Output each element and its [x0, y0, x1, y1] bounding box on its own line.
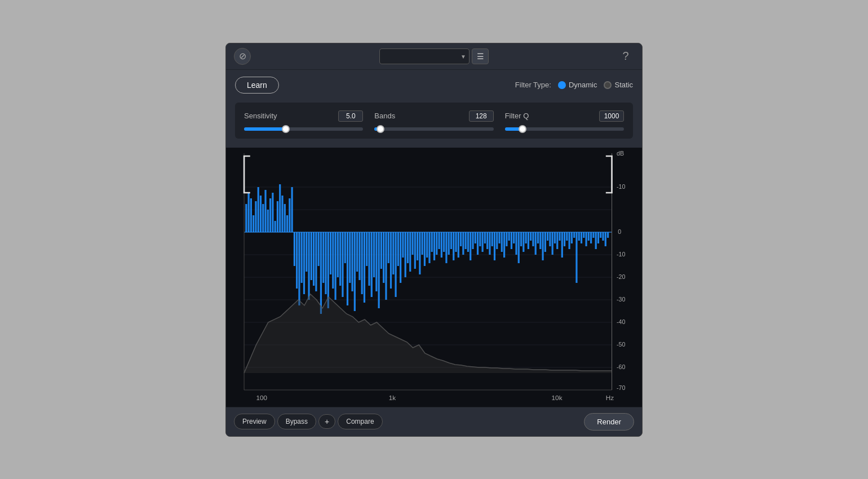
svg-rect-103	[467, 232, 469, 252]
svg-rect-36	[305, 232, 307, 272]
svg-rect-23	[277, 201, 278, 232]
svg-rect-134	[542, 232, 543, 260]
bottom-left-buttons: Preview Bypass + Compare	[234, 414, 383, 429]
sensitivity-value: 5.0	[338, 110, 363, 122]
svg-rect-117	[501, 232, 503, 252]
filterq-track[interactable]	[505, 127, 624, 131]
svg-rect-41	[318, 232, 320, 266]
svg-rect-34	[301, 232, 303, 283]
svg-rect-22	[274, 221, 276, 232]
sensitivity-track[interactable]	[244, 127, 363, 131]
hamburger-menu-button[interactable]: ☰	[472, 48, 489, 64]
plus-button[interactable]: +	[318, 414, 335, 429]
svg-rect-75	[400, 232, 401, 283]
bypass-button[interactable]: Bypass	[277, 414, 316, 429]
svg-rect-11	[248, 193, 250, 232]
hamburger-icon: ☰	[477, 52, 484, 61]
bottom-bar: Preview Bypass + Compare Render	[226, 407, 642, 436]
svg-rect-15	[258, 187, 259, 232]
svg-rect-159	[602, 232, 604, 241]
svg-rect-38	[311, 232, 312, 280]
static-radio-option[interactable]: Static	[604, 81, 633, 89]
svg-rect-109	[481, 232, 483, 252]
svg-rect-151	[583, 232, 584, 238]
preview-button[interactable]: Preview	[234, 414, 275, 429]
svg-rect-85	[424, 232, 426, 266]
sliders-panel: Sensitivity 5.0 Bands 128	[235, 103, 633, 139]
svg-rect-107	[477, 232, 479, 255]
svg-rect-56	[354, 232, 356, 311]
svg-rect-156	[595, 232, 597, 249]
filterq-thumb[interactable]	[519, 125, 526, 133]
svg-rect-148	[575, 232, 577, 283]
svg-rect-112	[489, 232, 490, 255]
svg-rect-132	[537, 232, 539, 243]
filter-row: Learn Filter Type: Dynamic Static	[235, 77, 633, 94]
compare-button[interactable]: Compare	[338, 414, 382, 429]
svg-rect-133	[539, 232, 541, 249]
spectrum-chart: dB -10 0 -10 -20 -30 -40 -50 -60 -70 100…	[226, 148, 642, 407]
svg-rect-39	[313, 232, 315, 286]
dynamic-radio-option[interactable]: Dynamic	[558, 81, 597, 89]
svg-rect-153	[588, 232, 590, 241]
svg-rect-72	[392, 232, 394, 274]
svg-rect-89	[433, 232, 435, 260]
svg-rect-46	[330, 232, 331, 274]
svg-rect-125	[520, 232, 522, 246]
svg-text:-20: -20	[617, 274, 626, 280]
svg-rect-142	[561, 232, 563, 258]
svg-rect-121	[511, 232, 512, 249]
filter-type-group: Filter Type: Dynamic Static	[515, 81, 633, 89]
svg-rect-161	[607, 232, 609, 238]
svg-rect-16	[260, 196, 262, 232]
svg-text:Hz: Hz	[606, 394, 614, 401]
svg-rect-144	[566, 232, 568, 241]
svg-rect-21	[272, 193, 273, 232]
static-radio-dot	[604, 81, 612, 89]
svg-rect-57	[356, 232, 358, 272]
spectrum-bars	[245, 184, 609, 314]
svg-rect-54	[349, 232, 351, 283]
svg-rect-49	[337, 232, 339, 277]
svg-rect-108	[479, 232, 481, 246]
controls-area: Learn Filter Type: Dynamic Static Sensit…	[226, 70, 642, 148]
svg-text:-30: -30	[617, 296, 626, 303]
static-radio-label: Static	[614, 81, 633, 89]
svg-rect-37	[308, 232, 309, 300]
svg-rect-98	[455, 232, 457, 252]
svg-rect-94	[445, 232, 447, 263]
sensitivity-thumb[interactable]	[282, 125, 290, 133]
sensitivity-header: Sensitivity 5.0	[244, 110, 363, 122]
help-button[interactable]: ?	[617, 48, 634, 65]
preset-dropdown[interactable]	[379, 48, 470, 64]
sensitivity-group: Sensitivity 5.0	[244, 110, 363, 131]
svg-rect-122	[513, 232, 515, 243]
svg-rect-93	[443, 232, 445, 252]
svg-text:10k: 10k	[552, 394, 563, 401]
svg-rect-18	[264, 190, 266, 232]
dynamic-radio-dot	[558, 81, 566, 89]
svg-rect-155	[592, 232, 594, 238]
svg-rect-149	[578, 232, 580, 241]
svg-rect-68	[383, 232, 384, 283]
learn-button[interactable]: Learn	[235, 77, 279, 94]
plugin-logo: ⊘	[234, 48, 251, 65]
bands-track[interactable]	[374, 127, 493, 131]
svg-rect-60	[364, 232, 365, 303]
svg-rect-152	[585, 232, 587, 246]
svg-rect-81	[414, 232, 416, 269]
svg-rect-101	[462, 232, 464, 255]
render-button[interactable]: Render	[584, 413, 634, 431]
svg-rect-33	[298, 232, 300, 305]
svg-rect-154	[590, 232, 592, 243]
bands-thumb[interactable]	[377, 125, 384, 133]
svg-rect-83	[419, 232, 420, 274]
svg-rect-12	[250, 198, 252, 232]
svg-rect-140	[556, 232, 558, 249]
svg-rect-119	[506, 232, 507, 246]
svg-rect-64	[373, 232, 375, 277]
svg-rect-53	[347, 232, 348, 305]
svg-text:-10: -10	[617, 184, 626, 190]
svg-rect-127	[525, 232, 527, 243]
svg-rect-51	[342, 232, 343, 297]
